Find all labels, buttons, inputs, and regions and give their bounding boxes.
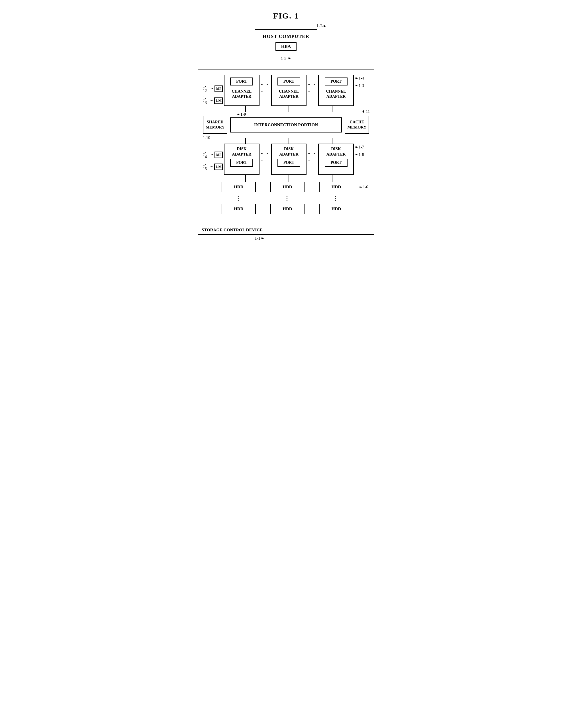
ref-1-8: 1-8	[359, 152, 364, 157]
left-disk-ref-labels: 1-14 ❧ MP 1-15 ❧ LM	[203, 144, 223, 175]
disk-adapter-label-2: DISK ADAPTER	[274, 146, 304, 157]
ref-mp-disk-row: 1-14 ❧ MP	[203, 150, 223, 159]
ref-1-13: 1-13	[203, 96, 209, 105]
hdd-row-1: HDD HDD HDD ❧ 1-6	[214, 182, 361, 192]
mp-box-disk: MP	[214, 151, 223, 158]
squiggle-1-4: ❧	[355, 76, 358, 81]
squiggle-1-3: ❧	[355, 83, 358, 88]
hdd-conn-3	[332, 175, 333, 182]
squiggle-1-1: ❧	[261, 236, 264, 241]
chan-to-interconn-lines	[224, 106, 354, 112]
ref-1-10: 1-10	[203, 136, 230, 140]
disk-adapter-1: DISK ADAPTER PORT	[224, 144, 260, 175]
channel-adapter-3: PORT CHANNEL ADAPTER	[318, 75, 354, 106]
hdd-dots-1: ⋮	[222, 195, 256, 201]
interconn-row: SHARED MEMORY 1-10 ❧ 1-9 INTERCONNECTION…	[203, 116, 369, 134]
channel-adapter-label-1: CHANNEL ADAPTER	[227, 89, 257, 99]
hdd-1-1: HDD	[222, 182, 256, 192]
ref-1-2-label: 1-2	[316, 23, 323, 28]
disk-adapter-3: DISK ADAPTER PORT	[318, 144, 354, 175]
squiggle-1-6: ❧	[359, 185, 362, 190]
port-label-3: PORT	[325, 77, 348, 85]
hba-connector	[286, 61, 286, 70]
host-section: 1-2 ❧ HOST COMPUTER HBA 1-5 ❧	[198, 29, 374, 70]
ref-1-6: 1-6	[363, 185, 368, 190]
chan-conn-3	[332, 106, 333, 112]
ref-mp-row: 1-12 ❧ MP	[203, 84, 223, 93]
channel-adapter-label-3: CHANNEL ADAPTER	[321, 89, 351, 99]
ref-1-3: 1-3	[359, 83, 364, 88]
ref-1-7: 1-7	[359, 145, 364, 150]
ref-1-12: 1-12	[203, 84, 210, 93]
squiggle-1-8: ❧	[355, 152, 358, 157]
channel-adapter-label-2: CHANNEL ADAPTER	[274, 89, 304, 99]
channel-adapter-2: PORT CHANNEL ADAPTER	[271, 75, 307, 106]
squiggle-1-7: ❧	[355, 145, 358, 150]
ref-1-5: 1-5	[281, 56, 287, 61]
right-disk-refs: ❧ 1-7 ❧ 1-8	[355, 144, 369, 175]
dash-1: - - -	[260, 81, 271, 100]
hdd-1-3: HDD	[319, 182, 353, 192]
disk-adapter-label-1: DISK ADAPTER	[227, 146, 257, 157]
ref-1-14: 1-14	[203, 150, 210, 159]
host-computer-label: HOST COMPUTER	[261, 34, 311, 39]
storage-control-label: STORAGE CONTROL DEVICE	[202, 228, 263, 233]
disk-port-2: PORT	[277, 159, 300, 167]
port-label-2: PORT	[277, 77, 300, 85]
disk-adapter-label-3: DISK ADAPTER	[321, 146, 351, 157]
lm-box-1: LM	[214, 97, 223, 104]
squiggle-1-5: ❧	[288, 56, 291, 61]
hdd-dots-row: ⋮ ⋮ ⋮	[214, 195, 361, 201]
hdd-conn-2	[289, 175, 289, 182]
chan-conn-2	[289, 106, 289, 112]
left-ref-labels: 1-12 ❧ MP 1-13 ❧ LM	[203, 75, 223, 106]
hdd-dots-2: ⋮	[270, 195, 304, 201]
ref-1-11: 1-11	[363, 110, 370, 114]
chan-conn-1	[245, 106, 246, 112]
dash-2: - - -	[306, 81, 318, 100]
port-label-1: PORT	[230, 77, 253, 85]
host-computer-box: HOST COMPUTER HBA	[255, 29, 317, 55]
hdd-conn-1	[245, 175, 246, 182]
squiggle-1-15: ❧	[210, 164, 213, 169]
disk-port-3: PORT	[325, 159, 348, 167]
squiggle-1-9: ❧	[236, 112, 239, 117]
ref-1-4: 1-4	[359, 76, 364, 81]
hba-box: HBA	[276, 42, 297, 51]
hdd-1-2: HDD	[270, 182, 304, 192]
hdd-2-2: HDD	[270, 204, 304, 214]
interconn-box: ❧ 1-9 INTERCONNECTION PORTION	[230, 117, 342, 132]
figure-title: FIG. 1	[198, 11, 374, 20]
mp-box-1: MP	[214, 85, 223, 92]
disk-dash-1: - - -	[260, 150, 271, 169]
ref-lm-row: 1-13 ❧ LM	[203, 96, 223, 105]
hdd-dots-3: ⋮	[319, 195, 353, 201]
shared-memory-box: SHARED MEMORY	[203, 116, 227, 134]
squiggle-1-14: ❧	[211, 152, 214, 157]
ref-1-9: 1-9	[240, 112, 246, 117]
disk-dash-2: - - -	[306, 150, 318, 169]
hdd-2-3: HDD	[319, 204, 353, 214]
disk-to-hdd-lines	[224, 175, 354, 182]
ref-1-1: 1-1	[255, 236, 260, 241]
squiggle-1-13: ❧	[210, 98, 213, 103]
squiggle-1-12: ❧	[211, 86, 214, 91]
disk-conn-1	[245, 138, 246, 144]
storage-outer-box: STORAGE CONTROL DEVICE 1-12 ❧ MP 1-13 ❧ …	[198, 70, 374, 235]
squiggle-1-2: ❧	[322, 23, 326, 29]
page: FIG. 1 1-2 ❧ HOST COMPUTER HBA 1-5 ❧ STO…	[186, 6, 386, 252]
cache-memory-box: CACHE MEMORY	[345, 116, 369, 134]
disk-port-1: PORT	[230, 159, 253, 167]
hdd-2-1: HDD	[222, 204, 256, 214]
right-channel-refs: ❧ 1-4 ❧ 1-3	[355, 75, 369, 106]
ref-1-15: 1-15	[203, 162, 209, 171]
interconn-to-disk-lines	[224, 138, 354, 144]
disk-conn-3	[332, 138, 333, 144]
disk-conn-2	[289, 138, 289, 144]
hdd-row-2: HDD HDD HDD	[214, 204, 361, 214]
disk-adapter-2: DISK ADAPTER PORT	[271, 144, 307, 175]
channel-adapter-1: PORT CHANNEL ADAPTER	[224, 75, 260, 106]
ref-lm-disk-row: 1-15 ❧ LM	[203, 162, 223, 171]
lm-box-disk: LM	[214, 163, 223, 170]
ref-1-1-area: 1-1 ❧	[255, 236, 374, 241]
